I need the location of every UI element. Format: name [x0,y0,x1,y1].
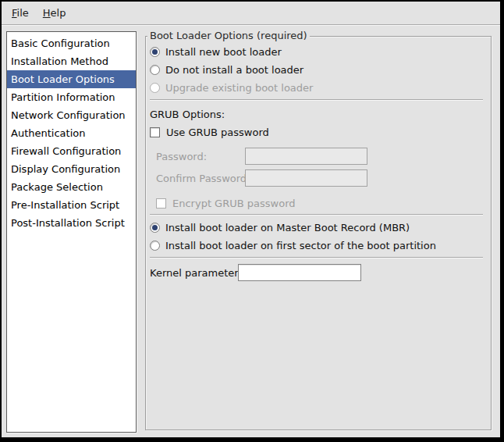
grub-options-label: GRUB Options: [150,105,483,123]
radio-do-not-install[interactable] [150,65,160,75]
sidebar-item-pre-installation-script[interactable]: Pre-Installation Script [7,196,136,214]
boot-loader-options-panel: Boot Loader Options (required) Install n… [145,36,492,430]
kernel-parameters-label: Kernel parameters: [150,267,238,279]
sidebar-item-installation-method[interactable]: Installation Method [7,52,136,70]
sidebar-item-post-installation-script[interactable]: Post-Installation Script [7,214,136,232]
separator [150,214,483,216]
checkbox-label: Use GRUB password [166,127,269,138]
confirm-password-row: Confirm Password: [150,169,483,187]
separator [150,257,483,258]
sidebar-item-partition-information[interactable]: Partition Information [7,88,136,106]
checkbox-label: Encrypt GRUB password [172,198,296,209]
sidebar-item-firewall-configuration[interactable]: Firewall Configuration [7,142,136,160]
separator [150,99,483,101]
password-label: Password: [156,151,245,162]
radio-row-upgrade-existing: Upgrade existing boot loader [150,79,483,97]
confirm-password-input [245,169,367,187]
checkbox-row-use-grub-password[interactable]: Use GRUB password [150,123,483,141]
radio-install-new-boot-loader[interactable] [150,47,160,57]
radio-label: Upgrade existing boot loader [165,82,313,94]
confirm-password-label: Confirm Password: [156,173,245,184]
checkbox-row-encrypt-grub-password: Encrypt GRUB password [156,194,483,212]
radio-label: Install boot loader on first sector of t… [165,240,436,251]
radio-row-install-first-sector[interactable]: Install boot loader on first sector of t… [150,237,483,255]
panel-body: Install new boot loader Do not install a… [146,37,491,281]
application-window: File Help Basic Configuration Installati… [0,0,504,442]
radio-row-do-not-install[interactable]: Do not install a boot loader [150,61,483,79]
checkbox-use-grub-password[interactable] [150,127,160,137]
password-input [245,148,367,165]
window-body: File Help Basic Configuration Installati… [2,2,500,437]
radio-install-first-sector[interactable] [150,241,160,251]
panel-title: Boot Loader Options (required) [147,30,310,41]
radio-install-mbr[interactable] [150,223,160,233]
category-list: Basic Configuration Installation Method … [6,31,137,433]
radio-row-install-mbr[interactable]: Install boot loader on Master Boot Recor… [150,219,483,237]
menu-item-help[interactable]: Help [36,4,73,22]
sidebar-item-basic-configuration[interactable]: Basic Configuration [7,34,136,52]
sidebar-item-authentication[interactable]: Authentication [7,124,136,142]
sidebar-item-network-configuration[interactable]: Network Configuration [7,106,136,124]
kernel-parameters-row: Kernel parameters: [150,264,483,281]
radio-label: Do not install a boot loader [165,64,303,76]
sidebar-item-package-selection[interactable]: Package Selection [7,178,136,196]
kernel-parameters-input[interactable] [238,264,361,281]
menu-item-file[interactable]: File [5,4,36,22]
checkbox-encrypt-grub-password [156,198,166,209]
radio-label: Install new boot loader [165,46,282,58]
radio-upgrade-existing [150,83,160,93]
password-row: Password: [150,148,483,165]
sidebar-item-display-configuration[interactable]: Display Configuration [7,160,136,178]
sidebar-item-boot-loader-options[interactable]: Boot Loader Options [7,70,136,88]
menu-bar: File Help [2,2,500,25]
radio-label: Install boot loader on Master Boot Recor… [165,222,410,233]
radio-row-install-new-boot-loader[interactable]: Install new boot loader [150,43,483,61]
